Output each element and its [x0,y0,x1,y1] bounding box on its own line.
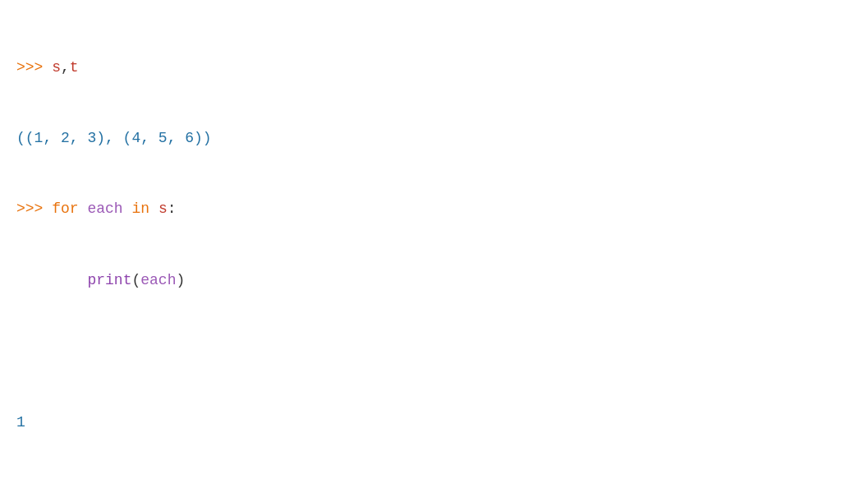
line-result-st: ((1, 2, 3), (4, 5, 6)) [16,127,852,150]
comma-1: , [61,59,70,76]
prompt-1: >>> [16,59,52,76]
space-1 [79,200,88,217]
var-s: s [52,59,61,76]
line-for-each-s: >>> for each in s: [16,197,852,221]
colon-1: : [168,200,177,217]
var-t: t [70,59,79,76]
line-prompt-st: >>> s,t [16,56,852,80]
paren-close: ) [176,272,185,288]
space-3 [149,200,158,217]
var-each2: each [140,272,176,288]
space-2 [123,200,132,217]
indent-1 [16,272,87,288]
kw-in: in [131,200,149,217]
num-1: 1 [16,414,25,431]
prompt-2: >>> [16,200,52,217]
builtin-print: print [87,272,131,288]
var-s2: s [158,200,168,217]
var-each: each [87,200,122,217]
paren-open: ( [131,272,140,288]
line-print-each: print(each) [16,269,852,292]
code-block: >>> s,t ((1, 2, 3), (4, 5, 6)) >>> for e… [16,8,852,479]
kw-for: for [52,200,78,217]
output-1: 1 [16,411,852,435]
result-st: ((1, 2, 3), (4, 5, 6)) [16,130,212,146]
blank-1 [16,339,852,363]
